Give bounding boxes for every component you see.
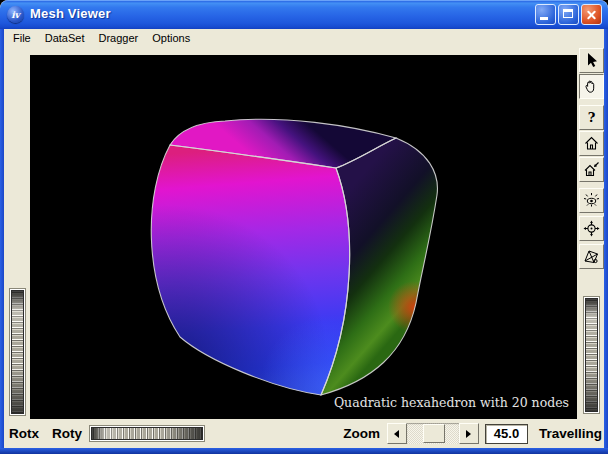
arrow-cursor-icon [583,52,600,69]
rotx-label: Rotx [9,426,39,441]
maximize-icon [563,9,573,18]
zoom-scroll-right-button[interactable] [459,423,479,444]
roty-thumbwheel-ribs[interactable] [91,427,203,440]
seek-crosshair-icon [583,220,600,237]
home-button[interactable] [579,131,604,156]
mesh-canvas: Quadratic hexahedron with 20 nodes [30,55,577,419]
pick-mode-button[interactable] [579,48,604,73]
zoom-scroll-left-button[interactable] [387,423,407,444]
zoom-scrollbar-thumb[interactable] [423,424,445,443]
minimize-button[interactable] [535,4,556,25]
zoom-control-group: Zoom 45.0 Travelling [343,423,604,444]
menu-file[interactable]: File [6,30,38,46]
menu-dragger[interactable]: Dragger [91,30,145,46]
window-border-bottom [0,448,608,454]
home-icon [583,135,600,152]
window-border-right [604,29,608,454]
dolly-thumbwheel[interactable] [583,296,600,414]
window-border-left [0,29,4,454]
view-all-button[interactable] [579,188,604,213]
view-all-eye-icon [583,192,600,209]
menu-dataset[interactable]: DataSet [38,30,92,46]
rotx-thumbwheel[interactable] [9,288,26,416]
home-set-icon [583,161,600,178]
close-button[interactable] [581,4,602,25]
bottom-control-bar: Rotx Roty Zoom 45.0 Travelling [4,420,604,447]
seek-button[interactable] [579,216,604,241]
window-controls [535,4,602,25]
maximize-button[interactable] [558,4,579,25]
rotx-thumbwheel-ribs[interactable] [11,290,24,414]
hexahedron-mesh [151,119,470,395]
roty-label: Roty [52,426,82,441]
minimize-icon [540,17,548,20]
menu-bar: File DataSet Dragger Options [4,29,604,47]
menu-options[interactable]: Options [145,30,197,46]
camera-frustum-icon [583,248,600,265]
app-window: iv Mesh Viewer File DataSet Dragger Opti… [0,0,608,454]
roty-thumbwheel[interactable] [89,425,205,442]
window-title: Mesh Viewer [30,6,111,21]
viewport-annotation: Quadratic hexahedron with 20 nodes [334,395,569,410]
view-mode-button[interactable] [579,74,604,99]
title-bar[interactable]: iv Mesh Viewer [0,0,608,29]
viewer-mode-label: Travelling [539,426,602,441]
right-arrow-icon [466,430,471,438]
zoom-label: Zoom [343,426,380,441]
dolly-thumbwheel-ribs[interactable] [585,298,598,412]
help-button[interactable]: ? [579,105,604,130]
zoom-scrollbar-track[interactable] [407,423,459,444]
camera-type-button[interactable] [579,244,604,269]
zoom-value-field[interactable]: 45.0 [485,424,528,444]
left-arrow-icon [394,430,399,438]
hand-icon [583,78,600,95]
render-viewport[interactable]: Quadratic hexahedron with 20 nodes [30,55,577,419]
app-icon: iv [7,6,24,23]
question-mark-icon: ? [588,110,596,125]
set-home-button[interactable] [579,157,604,182]
